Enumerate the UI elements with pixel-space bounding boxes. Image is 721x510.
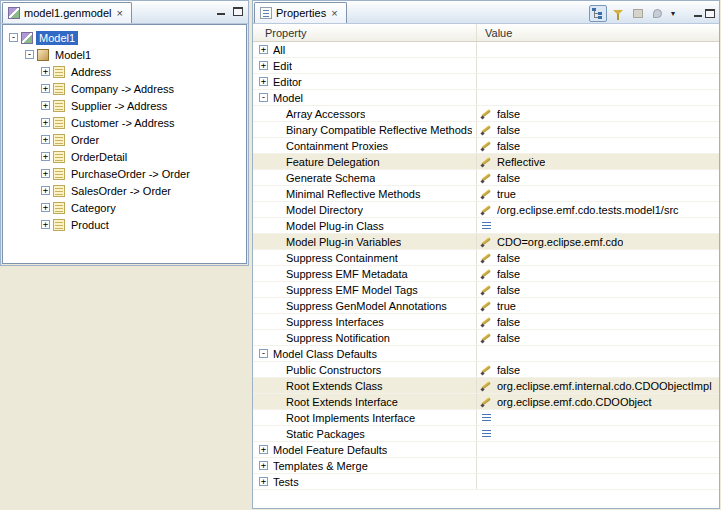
editor-tabbar: model1.genmodel × <box>1 1 248 24</box>
property-row[interactable]: Root Extends Class org.eclipse.emf.inter… <box>253 378 719 394</box>
property-row[interactable]: Root Implements Interface <box>253 410 719 426</box>
expand-icon[interactable]: + <box>41 118 50 127</box>
properties-tab[interactable]: Properties × <box>254 2 347 23</box>
expander-icon[interactable]: - <box>259 349 268 358</box>
value-cell[interactable]: true <box>477 298 719 313</box>
close-icon[interactable]: × <box>330 8 338 18</box>
expand-icon[interactable]: + <box>41 169 50 178</box>
maximize-icon[interactable] <box>233 7 243 16</box>
expand-icon[interactable]: + <box>41 203 50 212</box>
tree-item-class[interactable]: + Product <box>3 216 246 233</box>
tree-item-class[interactable]: + SalesOrder -> Order <box>3 182 246 199</box>
value-cell[interactable]: false <box>477 106 719 121</box>
property-row[interactable]: Public Constructors false <box>253 362 719 378</box>
property-category-row[interactable]: + Editor <box>253 74 719 90</box>
property-row[interactable]: Suppress GenModel Annotations true <box>253 298 719 314</box>
value-cell[interactable]: false <box>477 314 719 329</box>
value-cell[interactable]: false <box>477 282 719 297</box>
property-category-row[interactable]: + All <box>253 42 719 58</box>
value-cell[interactable]: false <box>477 266 719 281</box>
maximize-icon[interactable] <box>705 9 715 18</box>
property-row[interactable]: Suppress Interfaces false <box>253 314 719 330</box>
property-row[interactable]: Suppress Containment false <box>253 250 719 266</box>
collapse-icon[interactable]: - <box>9 33 18 42</box>
value-cell[interactable]: true <box>477 186 719 201</box>
tree-item-class[interactable]: + Address <box>3 63 246 80</box>
value-cell[interactable]: Reflective <box>477 154 719 169</box>
minimize-icon[interactable] <box>216 7 226 16</box>
property-category-row[interactable]: - Model <box>253 90 719 106</box>
property-row[interactable]: Suppress Notification false <box>253 330 719 346</box>
property-row[interactable]: Feature Delegation Reflective <box>253 154 719 170</box>
expander-icon[interactable]: + <box>259 77 268 86</box>
tree-item-class[interactable]: + Order <box>3 131 246 148</box>
value-cell[interactable]: CDO=org.eclipse.emf.cdo <box>477 234 719 249</box>
value-cell[interactable] <box>477 218 719 233</box>
properties-tabbar: Properties × ▾ <box>253 1 719 24</box>
property-row[interactable]: Root Extends Interface org.eclipse.emf.c… <box>253 394 719 410</box>
property-row[interactable]: Model Directory /org.eclipse.emf.cdo.tes… <box>253 202 719 218</box>
tree-item-root[interactable]: - Model1 <box>3 29 246 46</box>
tree-item-class[interactable]: + Company -> Address <box>3 80 246 97</box>
minimize-icon[interactable] <box>693 9 703 18</box>
value-cell[interactable]: false <box>477 122 719 137</box>
editor-tab-genmodel[interactable]: model1.genmodel × <box>2 2 132 23</box>
expand-icon[interactable]: + <box>41 84 50 93</box>
expand-icon[interactable]: + <box>41 101 50 110</box>
expander-icon[interactable]: - <box>259 93 268 102</box>
expand-icon[interactable]: + <box>41 67 50 76</box>
expand-icon[interactable]: + <box>41 186 50 195</box>
tree-item-class[interactable]: + Category <box>3 199 246 216</box>
expand-icon[interactable]: + <box>41 135 50 144</box>
value-icon <box>480 299 493 312</box>
close-icon[interactable]: × <box>115 8 123 18</box>
show-advanced-properties-button[interactable] <box>609 5 627 22</box>
column-header-value[interactable]: Value <box>477 24 719 41</box>
property-category-row[interactable]: + Tests <box>253 474 719 490</box>
property-row[interactable]: Minimal Reflective Methods true <box>253 186 719 202</box>
restore-default-value-button[interactable] <box>629 5 647 22</box>
pin-button[interactable] <box>649 5 667 22</box>
tree-item-class[interactable]: + PurchaseOrder -> Order <box>3 165 246 182</box>
value-cell[interactable]: org.eclipse.emf.cdo.CDOObject <box>477 394 719 409</box>
expander-icon[interactable]: + <box>259 477 268 486</box>
property-category-row[interactable]: + Templates & Merge <box>253 458 719 474</box>
collapse-icon[interactable]: - <box>25 50 34 59</box>
value-cell[interactable]: false <box>477 170 719 185</box>
property-row[interactable]: Containment Proxies false <box>253 138 719 154</box>
column-header-property[interactable]: Property <box>253 24 477 41</box>
tree-item-label: Model1 <box>52 48 94 62</box>
property-row[interactable]: Suppress EMF Model Tags false <box>253 282 719 298</box>
expand-icon[interactable]: + <box>41 220 50 229</box>
expand-icon[interactable]: + <box>41 152 50 161</box>
value-cell[interactable]: false <box>477 138 719 153</box>
tree-item-package[interactable]: - Model1 <box>3 46 246 63</box>
property-row[interactable]: Model Plug-in Variables CDO=org.eclipse.… <box>253 234 719 250</box>
value-cell[interactable]: false <box>477 362 719 377</box>
property-row[interactable]: Array Accessors false <box>253 106 719 122</box>
tree-item-class[interactable]: + OrderDetail <box>3 148 246 165</box>
expander-icon[interactable]: + <box>259 445 268 454</box>
expander-icon[interactable]: + <box>259 45 268 54</box>
value-cell[interactable]: org.eclipse.emf.internal.cdo.CDOObjectIm… <box>477 378 719 393</box>
value-cell <box>477 42 719 57</box>
property-row[interactable]: Suppress EMF Metadata false <box>253 266 719 282</box>
tree-item-class[interactable]: + Customer -> Address <box>3 114 246 131</box>
view-menu-icon[interactable]: ▾ <box>669 9 679 18</box>
property-row[interactable]: Generate Schema false <box>253 170 719 186</box>
value-cell[interactable]: /org.eclipse.emf.cdo.tests.model1/src <box>477 202 719 217</box>
property-row[interactable]: Model Plug-in Class <box>253 218 719 234</box>
expander-icon[interactable]: + <box>259 461 268 470</box>
expander-icon[interactable]: + <box>259 61 268 70</box>
value-cell[interactable] <box>477 410 719 425</box>
value-cell[interactable]: false <box>477 250 719 265</box>
property-category-row[interactable]: - Model Class Defaults <box>253 346 719 362</box>
tree-item-class[interactable]: + Supplier -> Address <box>3 97 246 114</box>
value-cell[interactable] <box>477 426 719 441</box>
show-categories-button[interactable] <box>589 5 607 22</box>
property-category-row[interactable]: + Edit <box>253 58 719 74</box>
property-row[interactable]: Static Packages <box>253 426 719 442</box>
property-row[interactable]: Binary Compatible Reflective Methods fal… <box>253 122 719 138</box>
property-category-row[interactable]: + Model Feature Defaults <box>253 442 719 458</box>
value-cell[interactable]: false <box>477 330 719 345</box>
